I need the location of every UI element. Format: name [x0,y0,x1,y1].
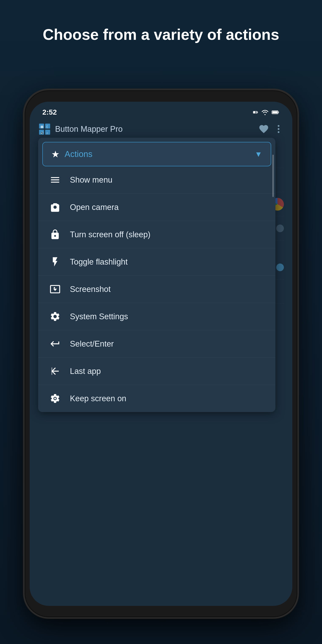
menu-item-screenshot[interactable]: Screenshot [38,276,276,303]
svg-text:🔊: 🔊 [40,131,44,134]
settings-icon [49,310,62,323]
phone-frame: 2:52 [23,89,299,618]
menu-item-select-enter[interactable]: Select/Enter [38,330,276,358]
menu-item-system-settings[interactable]: System Settings [38,303,276,330]
favorite-icon[interactable] [258,124,269,134]
app-bar: ▦ ⟨ 🔊 ⌂ Button Mapper Pro [30,118,292,140]
star-icon: ★ [51,149,60,160]
dropdown-title: Actions [64,149,250,159]
svg-rect-5 [272,111,278,113]
battery-icon [272,109,280,115]
menu-item-toggle-flashlight[interactable]: Toggle flashlight [38,248,276,276]
svg-rect-2 [253,111,256,113]
battery-small-icon [252,109,258,115]
svg-point-16 [278,128,280,130]
last-app-label: Last app [70,367,101,376]
svg-rect-6 [278,112,279,113]
menu-item-show-menu[interactable]: Show menu [38,166,276,194]
app-logo-icon: ▦ ⟨ 🔊 ⌂ [39,123,50,135]
menu-item-last-app[interactable]: Last app [38,358,276,385]
toggle-flashlight-label: Toggle flashlight [70,258,128,266]
menu-item-keep-screen-on[interactable]: Keep screen on [38,385,276,412]
enter-icon [49,338,62,350]
turn-screen-off-label: Turn screen off (sleep) [70,230,150,239]
chevron-down-icon: ▼ [255,150,262,159]
screenshot-icon [49,283,62,296]
open-camera-label: Open camera [70,203,119,212]
keep-screen-on-label: Keep screen on [70,394,126,403]
app-bar-actions [258,124,284,134]
menu-list: Show menu Open camera Turn screen off (s… [38,166,276,412]
status-time: 2:52 [42,108,57,116]
svg-point-17 [278,131,280,133]
svg-text:⌂: ⌂ [46,131,48,134]
phone-screen: 2:52 [30,102,292,606]
app-title: Button Mapper Pro [55,124,254,134]
lock-icon [49,228,62,241]
svg-point-15 [278,125,280,127]
menu-item-open-camera[interactable]: Open camera [38,194,276,221]
actions-dropdown-header[interactable]: ★ Actions ▼ [42,142,271,166]
app-icon: ▦ ⟨ 🔊 ⌂ [38,123,51,135]
select-enter-label: Select/Enter [70,339,114,348]
menu-item-turn-screen-off[interactable]: Turn screen off (sleep) [38,221,276,248]
screen-on-icon [49,392,62,405]
show-menu-label: Show menu [70,176,112,184]
svg-text:⟨: ⟨ [46,124,48,128]
status-icons [252,109,280,115]
wifi-icon [261,109,269,115]
screenshot-label: Screenshot [70,285,110,294]
svg-point-18 [54,398,56,400]
actions-dropdown[interactable]: ★ Actions ▼ Show menu Ope [38,138,276,412]
last-app-icon [49,365,62,378]
svg-rect-8 [45,124,50,128]
menu-icon [49,174,62,186]
camera-icon [49,201,62,214]
more-options-icon[interactable] [273,124,284,134]
system-settings-label: System Settings [70,312,128,321]
status-bar: 2:52 [30,102,292,118]
hero-title: Choose from a variety of actions [0,26,322,44]
svg-text:▦: ▦ [40,124,44,128]
scrollbar[interactable] [272,155,274,197]
flashlight-icon [49,256,62,268]
svg-rect-3 [258,112,258,113]
